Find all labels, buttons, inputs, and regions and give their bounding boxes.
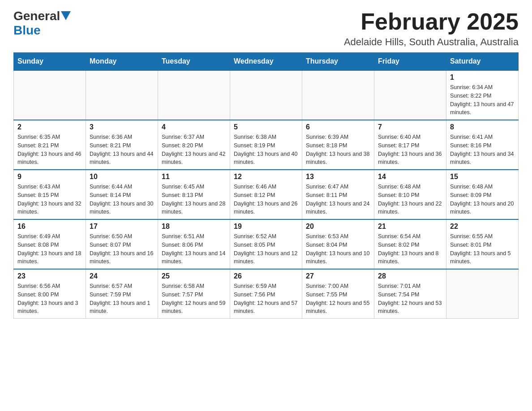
day-number: 17 <box>90 223 154 231</box>
logo-triangle-icon <box>61 11 71 20</box>
calendar-header-row: SundayMondayTuesdayWednesdayThursdayFrid… <box>14 53 519 71</box>
day-info: Sunrise: 6:58 AMSunset: 7:57 PMDaylight:… <box>162 282 226 316</box>
calendar-cell: 27Sunrise: 7:00 AMSunset: 7:55 PMDayligh… <box>302 269 374 319</box>
day-number: 19 <box>234 223 298 231</box>
calendar-cell <box>158 70 230 120</box>
day-number: 12 <box>234 173 298 181</box>
day-info: Sunrise: 6:41 AMSunset: 8:16 PMDaylight:… <box>450 133 515 167</box>
calendar-cell: 3Sunrise: 6:36 AMSunset: 8:21 PMDaylight… <box>86 120 158 170</box>
day-number: 7 <box>378 123 442 131</box>
calendar-cell: 25Sunrise: 6:58 AMSunset: 7:57 PMDayligh… <box>158 269 230 319</box>
day-number: 1 <box>450 73 515 81</box>
day-info: Sunrise: 6:45 AMSunset: 8:13 PMDaylight:… <box>162 183 226 216</box>
calendar-cell: 4Sunrise: 6:37 AMSunset: 8:20 PMDaylight… <box>158 120 230 170</box>
week-row-1: 1Sunrise: 6:34 AMSunset: 8:22 PMDaylight… <box>14 70 519 120</box>
calendar-cell <box>14 70 86 120</box>
day-number: 13 <box>306 173 370 181</box>
day-info: Sunrise: 6:46 AMSunset: 8:12 PMDaylight:… <box>234 183 298 216</box>
day-info: Sunrise: 6:48 AMSunset: 8:09 PMDaylight:… <box>450 183 515 216</box>
day-number: 16 <box>17 223 82 231</box>
day-number: 8 <box>450 123 515 131</box>
calendar-cell: 28Sunrise: 7:01 AMSunset: 7:54 PMDayligh… <box>374 269 446 319</box>
day-info: Sunrise: 6:50 AMSunset: 8:07 PMDaylight:… <box>90 232 154 266</box>
week-row-3: 9Sunrise: 6:43 AMSunset: 8:15 PMDaylight… <box>14 170 519 219</box>
day-info: Sunrise: 6:49 AMSunset: 8:08 PMDaylight:… <box>17 232 82 266</box>
page-header: General Blue February 2025 Adelaide Hill… <box>13 9 519 48</box>
col-header-monday: Monday <box>86 53 158 71</box>
day-info: Sunrise: 6:57 AMSunset: 7:59 PMDaylight:… <box>90 282 154 316</box>
day-info: Sunrise: 6:53 AMSunset: 8:04 PMDaylight:… <box>306 232 370 266</box>
week-row-2: 2Sunrise: 6:35 AMSunset: 8:21 PMDaylight… <box>14 120 519 170</box>
calendar-cell: 16Sunrise: 6:49 AMSunset: 8:08 PMDayligh… <box>14 219 86 269</box>
day-number: 25 <box>162 272 226 280</box>
col-header-wednesday: Wednesday <box>230 53 302 71</box>
col-header-friday: Friday <box>374 53 446 71</box>
day-info: Sunrise: 6:51 AMSunset: 8:06 PMDaylight:… <box>162 232 226 266</box>
day-info: Sunrise: 6:59 AMSunset: 7:56 PMDaylight:… <box>234 282 298 316</box>
day-info: Sunrise: 6:48 AMSunset: 8:10 PMDaylight:… <box>378 183 442 216</box>
calendar-cell: 24Sunrise: 6:57 AMSunset: 7:59 PMDayligh… <box>86 269 158 319</box>
calendar-cell: 1Sunrise: 6:34 AMSunset: 8:22 PMDaylight… <box>446 70 519 120</box>
calendar-cell <box>230 70 302 120</box>
col-header-tuesday: Tuesday <box>158 53 230 71</box>
day-number: 28 <box>378 272 442 280</box>
calendar-cell: 18Sunrise: 6:51 AMSunset: 8:06 PMDayligh… <box>158 219 230 269</box>
calendar-cell: 17Sunrise: 6:50 AMSunset: 8:07 PMDayligh… <box>86 219 158 269</box>
calendar-cell: 12Sunrise: 6:46 AMSunset: 8:12 PMDayligh… <box>230 170 302 219</box>
calendar-cell <box>302 70 374 120</box>
title-section: February 2025 Adelaide Hills, South Aust… <box>344 9 519 48</box>
day-number: 22 <box>450 223 515 231</box>
day-info: Sunrise: 6:47 AMSunset: 8:11 PMDaylight:… <box>306 183 370 216</box>
day-info: Sunrise: 6:40 AMSunset: 8:17 PMDaylight:… <box>378 133 442 167</box>
day-number: 23 <box>17 272 82 280</box>
day-number: 3 <box>90 123 154 131</box>
calendar-cell: 21Sunrise: 6:54 AMSunset: 8:02 PMDayligh… <box>374 219 446 269</box>
day-number: 18 <box>162 223 226 231</box>
calendar-cell: 20Sunrise: 6:53 AMSunset: 8:04 PMDayligh… <box>302 219 374 269</box>
day-info: Sunrise: 6:38 AMSunset: 8:19 PMDaylight:… <box>234 133 298 167</box>
calendar-cell: 10Sunrise: 6:44 AMSunset: 8:14 PMDayligh… <box>86 170 158 219</box>
day-info: Sunrise: 6:36 AMSunset: 8:21 PMDaylight:… <box>90 133 154 167</box>
day-number: 14 <box>378 173 442 181</box>
day-number: 15 <box>450 173 515 181</box>
svg-marker-0 <box>61 11 71 20</box>
calendar-cell <box>374 70 446 120</box>
logo: General Blue <box>13 9 71 38</box>
calendar-cell: 26Sunrise: 6:59 AMSunset: 7:56 PMDayligh… <box>230 269 302 319</box>
calendar-cell: 8Sunrise: 6:41 AMSunset: 8:16 PMDaylight… <box>446 120 519 170</box>
calendar-cell: 13Sunrise: 6:47 AMSunset: 8:11 PMDayligh… <box>302 170 374 219</box>
day-number: 4 <box>162 123 226 131</box>
calendar-cell <box>86 70 158 120</box>
calendar-cell: 7Sunrise: 6:40 AMSunset: 8:17 PMDaylight… <box>374 120 446 170</box>
day-info: Sunrise: 6:55 AMSunset: 8:01 PMDaylight:… <box>450 232 515 266</box>
calendar-cell <box>446 269 519 319</box>
day-number: 2 <box>17 123 82 131</box>
day-info: Sunrise: 7:01 AMSunset: 7:54 PMDaylight:… <box>378 282 442 316</box>
day-info: Sunrise: 6:56 AMSunset: 8:00 PMDaylight:… <box>17 282 82 316</box>
day-info: Sunrise: 6:43 AMSunset: 8:15 PMDaylight:… <box>17 183 82 216</box>
calendar-cell: 11Sunrise: 6:45 AMSunset: 8:13 PMDayligh… <box>158 170 230 219</box>
week-row-5: 23Sunrise: 6:56 AMSunset: 8:00 PMDayligh… <box>14 269 519 319</box>
week-row-4: 16Sunrise: 6:49 AMSunset: 8:08 PMDayligh… <box>14 219 519 269</box>
day-info: Sunrise: 7:00 AMSunset: 7:55 PMDaylight:… <box>306 282 370 316</box>
calendar-cell: 5Sunrise: 6:38 AMSunset: 8:19 PMDaylight… <box>230 120 302 170</box>
day-number: 20 <box>306 223 370 231</box>
day-info: Sunrise: 6:34 AMSunset: 8:22 PMDaylight:… <box>450 83 515 117</box>
calendar-cell: 22Sunrise: 6:55 AMSunset: 8:01 PMDayligh… <box>446 219 519 269</box>
day-number: 10 <box>90 173 154 181</box>
day-number: 6 <box>306 123 370 131</box>
month-title: February 2025 <box>344 9 519 34</box>
day-number: 27 <box>306 272 370 280</box>
day-info: Sunrise: 6:52 AMSunset: 8:05 PMDaylight:… <box>234 232 298 266</box>
day-info: Sunrise: 6:37 AMSunset: 8:20 PMDaylight:… <box>162 133 226 167</box>
day-number: 24 <box>90 272 154 280</box>
calendar-table: SundayMondayTuesdayWednesdayThursdayFrid… <box>13 52 519 319</box>
day-info: Sunrise: 6:35 AMSunset: 8:21 PMDaylight:… <box>17 133 82 167</box>
calendar-cell: 15Sunrise: 6:48 AMSunset: 8:09 PMDayligh… <box>446 170 519 219</box>
calendar-cell: 14Sunrise: 6:48 AMSunset: 8:10 PMDayligh… <box>374 170 446 219</box>
day-info: Sunrise: 6:54 AMSunset: 8:02 PMDaylight:… <box>378 232 442 266</box>
col-header-thursday: Thursday <box>302 53 374 71</box>
day-info: Sunrise: 6:39 AMSunset: 8:18 PMDaylight:… <box>306 133 370 167</box>
col-header-sunday: Sunday <box>14 53 86 71</box>
location-subtitle: Adelaide Hills, South Australia, Austral… <box>344 36 519 48</box>
